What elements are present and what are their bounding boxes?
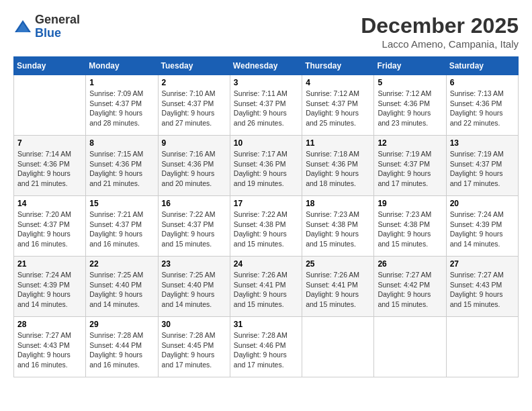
day-info: Sunrise: 7:19 AMSunset: 4:37 PMDaylight:…: [450, 149, 515, 189]
weekday-header: Saturday: [446, 57, 518, 75]
day-number: 27: [450, 259, 515, 269]
calendar-week-row: 1Sunrise: 7:09 AMSunset: 4:37 PMDaylight…: [14, 75, 519, 136]
weekday-header: Friday: [374, 57, 446, 75]
day-info: Sunrise: 7:13 AMSunset: 4:36 PMDaylight:…: [450, 89, 515, 128]
calendar-cell: 5Sunrise: 7:12 AMSunset: 4:36 PMDaylight…: [374, 75, 446, 136]
day-info: Sunrise: 7:20 AMSunset: 4:37 PMDaylight:…: [17, 210, 82, 249]
calendar-cell: 27Sunrise: 7:27 AMSunset: 4:43 PMDayligh…: [446, 257, 518, 317]
calendar-cell: 13Sunrise: 7:19 AMSunset: 4:37 PMDayligh…: [446, 136, 518, 196]
day-number: 9: [162, 138, 226, 148]
calendar-cell: 17Sunrise: 7:22 AMSunset: 4:38 PMDayligh…: [230, 196, 302, 257]
day-number: 12: [378, 138, 442, 148]
calendar-cell: 24Sunrise: 7:26 AMSunset: 4:41 PMDayligh…: [230, 257, 302, 317]
day-info: Sunrise: 7:21 AMSunset: 4:37 PMDaylight:…: [89, 210, 154, 249]
calendar-cell: [14, 75, 86, 136]
day-number: 24: [234, 259, 298, 269]
calendar-cell: 10Sunrise: 7:17 AMSunset: 4:36 PMDayligh…: [230, 136, 302, 196]
calendar-cell: 14Sunrise: 7:20 AMSunset: 4:37 PMDayligh…: [14, 196, 86, 257]
calendar-cell: 9Sunrise: 7:16 AMSunset: 4:36 PMDaylight…: [158, 136, 230, 196]
day-info: Sunrise: 7:25 AMSunset: 4:40 PMDaylight:…: [162, 270, 226, 310]
day-info: Sunrise: 7:23 AMSunset: 4:38 PMDaylight:…: [378, 210, 442, 249]
day-number: 30: [162, 320, 226, 329]
day-number: 18: [306, 199, 370, 208]
calendar-cell: 1Sunrise: 7:09 AMSunset: 4:37 PMDaylight…: [86, 75, 158, 136]
weekday-header: Sunday: [14, 57, 86, 75]
day-number: 19: [378, 199, 442, 208]
day-info: Sunrise: 7:12 AMSunset: 4:37 PMDaylight:…: [306, 89, 370, 128]
day-info: Sunrise: 7:22 AMSunset: 4:38 PMDaylight:…: [234, 210, 298, 249]
logo-icon: [13, 17, 32, 36]
day-number: 7: [17, 138, 82, 148]
day-info: Sunrise: 7:27 AMSunset: 4:43 PMDaylight:…: [17, 330, 82, 370]
day-info: Sunrise: 7:28 AMSunset: 4:44 PMDaylight:…: [89, 330, 154, 370]
calendar-cell: [446, 317, 518, 377]
day-info: Sunrise: 7:11 AMSunset: 4:37 PMDaylight:…: [234, 89, 298, 128]
logo-text: General Blue: [35, 13, 80, 40]
calendar-cell: 11Sunrise: 7:18 AMSunset: 4:36 PMDayligh…: [302, 136, 374, 196]
day-info: Sunrise: 7:16 AMSunset: 4:36 PMDaylight:…: [162, 149, 226, 189]
day-info: Sunrise: 7:27 AMSunset: 4:43 PMDaylight:…: [450, 270, 515, 310]
calendar-cell: 31Sunrise: 7:28 AMSunset: 4:46 PMDayligh…: [230, 317, 302, 377]
calendar-week-row: 21Sunrise: 7:24 AMSunset: 4:39 PMDayligh…: [14, 257, 519, 317]
page-header: General Blue December 2025 Lacco Ameno, …: [13, 13, 519, 50]
calendar-cell: 3Sunrise: 7:11 AMSunset: 4:37 PMDaylight…: [230, 75, 302, 136]
calendar-cell: [302, 317, 374, 377]
calendar-week-row: 28Sunrise: 7:27 AMSunset: 4:43 PMDayligh…: [14, 317, 519, 377]
calendar-cell: 30Sunrise: 7:28 AMSunset: 4:45 PMDayligh…: [158, 317, 230, 377]
weekday-header: Tuesday: [158, 57, 230, 75]
calendar-cell: 4Sunrise: 7:12 AMSunset: 4:37 PMDaylight…: [302, 75, 374, 136]
calendar-cell: 6Sunrise: 7:13 AMSunset: 4:36 PMDaylight…: [446, 75, 518, 136]
calendar-cell: 16Sunrise: 7:22 AMSunset: 4:37 PMDayligh…: [158, 196, 230, 257]
day-number: 13: [450, 138, 515, 148]
day-info: Sunrise: 7:25 AMSunset: 4:40 PMDaylight:…: [89, 270, 154, 310]
day-info: Sunrise: 7:22 AMSunset: 4:37 PMDaylight:…: [162, 210, 226, 249]
day-info: Sunrise: 7:23 AMSunset: 4:38 PMDaylight:…: [306, 210, 370, 249]
day-number: 3: [234, 78, 298, 87]
day-info: Sunrise: 7:27 AMSunset: 4:42 PMDaylight:…: [378, 270, 442, 310]
title-block: December 2025 Lacco Ameno, Campania, Ita…: [361, 13, 519, 50]
day-number: 21: [17, 259, 82, 269]
calendar-table: SundayMondayTuesdayWednesdayThursdayFrid…: [13, 56, 519, 377]
day-info: Sunrise: 7:26 AMSunset: 4:41 PMDaylight:…: [234, 270, 298, 310]
day-info: Sunrise: 7:26 AMSunset: 4:41 PMDaylight:…: [306, 270, 370, 310]
calendar-cell: 18Sunrise: 7:23 AMSunset: 4:38 PMDayligh…: [302, 196, 374, 257]
calendar-cell: 21Sunrise: 7:24 AMSunset: 4:39 PMDayligh…: [14, 257, 86, 317]
day-number: 15: [89, 199, 154, 208]
day-number: 31: [234, 320, 298, 329]
calendar-cell: [374, 317, 446, 377]
day-number: 1: [89, 78, 154, 87]
day-number: 5: [378, 78, 442, 87]
day-info: Sunrise: 7:24 AMSunset: 4:39 PMDaylight:…: [450, 210, 515, 249]
calendar-week-row: 7Sunrise: 7:14 AMSunset: 4:36 PMDaylight…: [14, 136, 519, 196]
calendar-cell: 29Sunrise: 7:28 AMSunset: 4:44 PMDayligh…: [86, 317, 158, 377]
day-number: 20: [450, 199, 515, 208]
day-number: 4: [306, 78, 370, 87]
logo: General Blue: [13, 13, 80, 40]
month-title: December 2025: [361, 13, 519, 38]
day-number: 11: [306, 138, 370, 148]
day-number: 28: [17, 320, 82, 329]
calendar-cell: 26Sunrise: 7:27 AMSunset: 4:42 PMDayligh…: [374, 257, 446, 317]
day-number: 29: [89, 320, 154, 329]
day-number: 23: [162, 259, 226, 269]
day-number: 22: [89, 259, 154, 269]
day-info: Sunrise: 7:10 AMSunset: 4:37 PMDaylight:…: [162, 89, 226, 128]
calendar-cell: 20Sunrise: 7:24 AMSunset: 4:39 PMDayligh…: [446, 196, 518, 257]
calendar-cell: 15Sunrise: 7:21 AMSunset: 4:37 PMDayligh…: [86, 196, 158, 257]
weekday-header: Wednesday: [230, 57, 302, 75]
calendar-cell: 25Sunrise: 7:26 AMSunset: 4:41 PMDayligh…: [302, 257, 374, 317]
day-info: Sunrise: 7:17 AMSunset: 4:36 PMDaylight:…: [234, 149, 298, 189]
calendar-cell: 23Sunrise: 7:25 AMSunset: 4:40 PMDayligh…: [158, 257, 230, 317]
weekday-header: Thursday: [302, 57, 374, 75]
day-info: Sunrise: 7:14 AMSunset: 4:36 PMDaylight:…: [17, 149, 82, 189]
day-info: Sunrise: 7:24 AMSunset: 4:39 PMDaylight:…: [17, 270, 82, 310]
calendar-cell: 7Sunrise: 7:14 AMSunset: 4:36 PMDaylight…: [14, 136, 86, 196]
day-number: 16: [162, 199, 226, 208]
day-number: 2: [162, 78, 226, 87]
day-info: Sunrise: 7:18 AMSunset: 4:36 PMDaylight:…: [306, 149, 370, 189]
calendar-week-row: 14Sunrise: 7:20 AMSunset: 4:37 PMDayligh…: [14, 196, 519, 257]
day-info: Sunrise: 7:19 AMSunset: 4:37 PMDaylight:…: [378, 149, 442, 189]
day-number: 17: [234, 199, 298, 208]
weekday-header-row: SundayMondayTuesdayWednesdayThursdayFrid…: [14, 57, 519, 75]
calendar-cell: 19Sunrise: 7:23 AMSunset: 4:38 PMDayligh…: [374, 196, 446, 257]
